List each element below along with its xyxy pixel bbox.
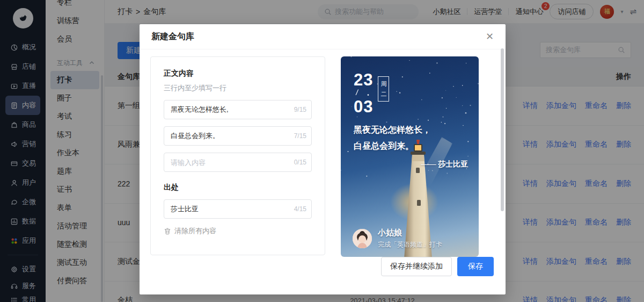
preview-month: 03 xyxy=(354,98,373,115)
source-input[interactable] xyxy=(164,199,312,219)
preview-quote: 黑夜无论怎样悠长， 白昼总会到来。 xyxy=(354,122,431,154)
body-content-label: 正文内容 xyxy=(164,69,312,78)
preview-date: 23 / 03 周 二 xyxy=(354,71,389,115)
preview-user-name: 小姑娘 xyxy=(378,228,442,238)
quote-line-1-input[interactable] xyxy=(164,100,312,119)
body-content-hint: 三行内至少填写一行 xyxy=(164,83,312,93)
girl-avatar-icon xyxy=(353,229,372,248)
preview-quote-line1: 黑夜无论怎样悠长， xyxy=(354,122,431,138)
char-counter: 4/15 xyxy=(294,205,306,213)
preview-weekday: 周 二 xyxy=(378,76,389,102)
modal-title: 新建金句库 xyxy=(151,31,194,42)
char-counter: 0/15 xyxy=(294,159,306,166)
preview-user-action: 完成「英语频道」打卡 xyxy=(378,240,442,249)
trash-icon xyxy=(164,227,171,235)
char-counter: 9/15 xyxy=(294,106,306,113)
char-counter: 7/15 xyxy=(294,132,306,140)
save-and-continue-button[interactable]: 保存并继续添加 xyxy=(381,257,452,276)
quote-preview-card: 23 / 03 周 二 黑夜无论怎样悠长， 白昼总会到来。 —— 莎士比亚 xyxy=(341,56,479,257)
source-label: 出处 xyxy=(164,183,312,192)
quote-line-3-input[interactable] xyxy=(164,153,312,172)
quote-form: 正文内容 三行内至少填写一行 9/15 7/15 0/15 出处 4/15 清除… xyxy=(150,56,325,255)
preview-user-avatar xyxy=(353,229,372,248)
preview-quote-line2: 白昼总会到来。 xyxy=(354,138,431,154)
quote-line-2-input[interactable] xyxy=(164,126,312,146)
clear-all-button[interactable]: 清除所有内容 xyxy=(164,226,312,236)
preview-attribution: —— 莎士比亚 xyxy=(421,160,469,169)
close-icon[interactable]: ✕ xyxy=(486,32,494,41)
save-button[interactable]: 保存 xyxy=(457,257,494,276)
preview-day: 23 xyxy=(354,71,373,88)
create-quote-library-modal: 新建金句库 ✕ 正文内容 三行内至少填写一行 9/15 7/15 0/15 出处… xyxy=(140,24,506,294)
modal-scrollbar[interactable] xyxy=(501,48,504,211)
